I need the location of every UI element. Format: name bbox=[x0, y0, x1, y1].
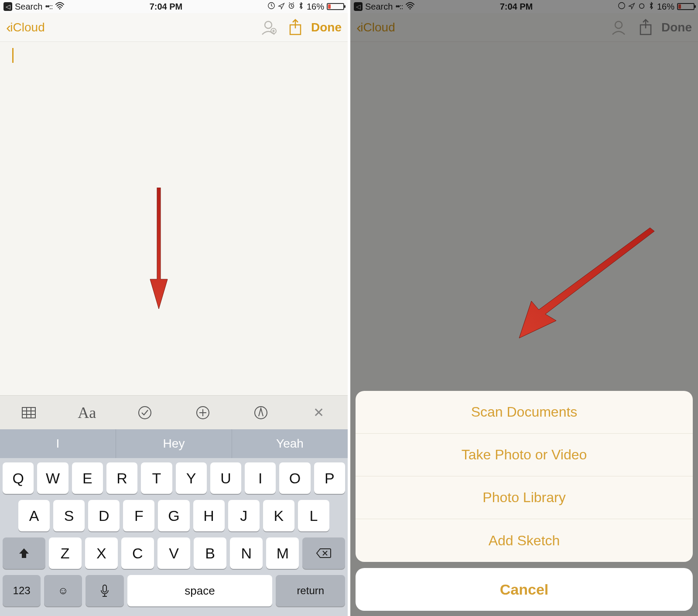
svg-rect-10 bbox=[103, 585, 106, 592]
phone-screen-left: ◁ Search ••꞉꞉ 7:04 PM 16% bbox=[0, 0, 348, 616]
battery-icon bbox=[327, 3, 344, 10]
key-row-4: 123 ☺ space return bbox=[3, 575, 345, 606]
done-button[interactable]: Done bbox=[311, 21, 342, 34]
markup-icon[interactable] bbox=[248, 400, 274, 426]
key-c[interactable]: C bbox=[121, 537, 154, 569]
key-l[interactable]: L bbox=[298, 500, 329, 531]
key-d[interactable]: D bbox=[88, 500, 120, 531]
svg-point-12 bbox=[619, 2, 625, 8]
key-m[interactable]: M bbox=[266, 537, 299, 569]
suggestion-2[interactable]: Hey bbox=[116, 429, 232, 458]
key-a[interactable]: A bbox=[18, 500, 50, 531]
nav-bar: ‹ iCloud Done bbox=[0, 13, 348, 42]
key-k[interactable]: K bbox=[263, 500, 294, 531]
text-format-icon[interactable]: Aa bbox=[74, 400, 100, 426]
key-space[interactable]: space bbox=[127, 575, 273, 606]
share-icon[interactable] bbox=[285, 17, 306, 38]
sheet-take-photo-video[interactable]: Take Photo or Video bbox=[356, 434, 693, 476]
bluetooth-icon bbox=[298, 1, 304, 12]
key-row-1: Q W E R T Y U I O P bbox=[3, 462, 345, 494]
key-numbers[interactable]: 123 bbox=[3, 575, 41, 606]
keyboard: Q W E R T Y U I O P A S D F G H J K L Z bbox=[0, 458, 348, 616]
key-y[interactable]: Y bbox=[176, 462, 207, 494]
svg-point-14 bbox=[615, 21, 622, 28]
key-emoji[interactable]: ☺ bbox=[44, 575, 82, 606]
key-v[interactable]: V bbox=[157, 537, 190, 569]
wifi-icon bbox=[55, 2, 65, 12]
key-g[interactable]: G bbox=[158, 500, 189, 531]
back-label: iCloud bbox=[10, 21, 44, 34]
rotation-lock-icon bbox=[267, 2, 275, 12]
svg-point-13 bbox=[640, 3, 644, 8]
status-search-label[interactable]: Search bbox=[15, 2, 42, 12]
key-row-3: Z X C V B N M bbox=[3, 537, 345, 569]
location-icon bbox=[278, 2, 285, 12]
status-time: 7:04 PM bbox=[150, 2, 183, 12]
text-cursor bbox=[12, 48, 14, 63]
table-icon[interactable] bbox=[16, 400, 42, 426]
note-editor[interactable] bbox=[0, 42, 348, 395]
cellular-signal-icon: ••꞉꞉ bbox=[45, 2, 52, 11]
key-u[interactable]: U bbox=[210, 462, 241, 494]
sheet-scan-documents[interactable]: Scan Documents bbox=[356, 391, 693, 434]
svg-point-7 bbox=[139, 407, 151, 419]
back-to-app-icon[interactable]: ◁ bbox=[3, 2, 12, 11]
suggestion-3[interactable]: Yeah bbox=[232, 429, 348, 458]
key-return[interactable]: return bbox=[276, 575, 345, 606]
key-j[interactable]: J bbox=[228, 500, 260, 531]
key-w[interactable]: W bbox=[37, 462, 68, 494]
key-dictation[interactable] bbox=[86, 575, 123, 606]
svg-point-3 bbox=[265, 21, 272, 28]
key-row-2: A S D F G H J K L bbox=[3, 500, 345, 531]
sheet-add-sketch[interactable]: Add Sketch bbox=[356, 519, 693, 562]
alarm-icon bbox=[287, 2, 295, 12]
checklist-icon[interactable] bbox=[132, 400, 158, 426]
suggestion-1[interactable]: I bbox=[0, 429, 116, 458]
action-sheet-group: Scan Documents Take Photo or Video Photo… bbox=[356, 391, 693, 562]
status-bar: ◁ Search ••꞉꞉ 7:04 PM 16% bbox=[0, 0, 348, 13]
key-t[interactable]: T bbox=[141, 462, 172, 494]
key-o[interactable]: O bbox=[279, 462, 310, 494]
key-r[interactable]: R bbox=[106, 462, 137, 494]
sheet-photo-library[interactable]: Photo Library bbox=[356, 476, 693, 519]
key-e[interactable]: E bbox=[72, 462, 103, 494]
svg-point-0 bbox=[59, 8, 61, 9]
back-to-app-icon: ◁ bbox=[354, 2, 363, 11]
suggestion-bar: I Hey Yeah bbox=[0, 429, 348, 458]
key-s[interactable]: S bbox=[53, 500, 85, 531]
battery-percent: 16% bbox=[307, 2, 324, 12]
key-x[interactable]: X bbox=[85, 537, 118, 569]
sheet-cancel-button[interactable]: Cancel bbox=[356, 568, 693, 611]
key-backspace[interactable] bbox=[302, 537, 345, 569]
key-z[interactable]: Z bbox=[49, 537, 82, 569]
back-button[interactable]: ‹ iCloud bbox=[6, 19, 45, 36]
key-b[interactable]: B bbox=[194, 537, 226, 569]
key-n[interactable]: N bbox=[230, 537, 263, 569]
key-f[interactable]: F bbox=[123, 500, 154, 531]
key-p[interactable]: P bbox=[314, 462, 345, 494]
key-i[interactable]: I bbox=[245, 462, 276, 494]
keyboard-toolbar: Aa ✕ bbox=[0, 395, 348, 429]
key-q[interactable]: Q bbox=[3, 462, 34, 494]
phone-screen-right: ◁ Search ••꞉꞉ 7:04 PM 16% ‹iCloud Done bbox=[350, 0, 698, 616]
svg-rect-6 bbox=[22, 407, 35, 418]
dismiss-keyboard-icon[interactable]: ✕ bbox=[306, 400, 332, 426]
add-person-icon[interactable] bbox=[259, 17, 280, 38]
svg-point-11 bbox=[410, 8, 411, 9]
add-attachment-icon[interactable] bbox=[190, 400, 216, 426]
key-shift[interactable] bbox=[3, 537, 45, 569]
action-sheet: Scan Documents Take Photo or Video Photo… bbox=[350, 386, 698, 616]
key-h[interactable]: H bbox=[193, 500, 225, 531]
